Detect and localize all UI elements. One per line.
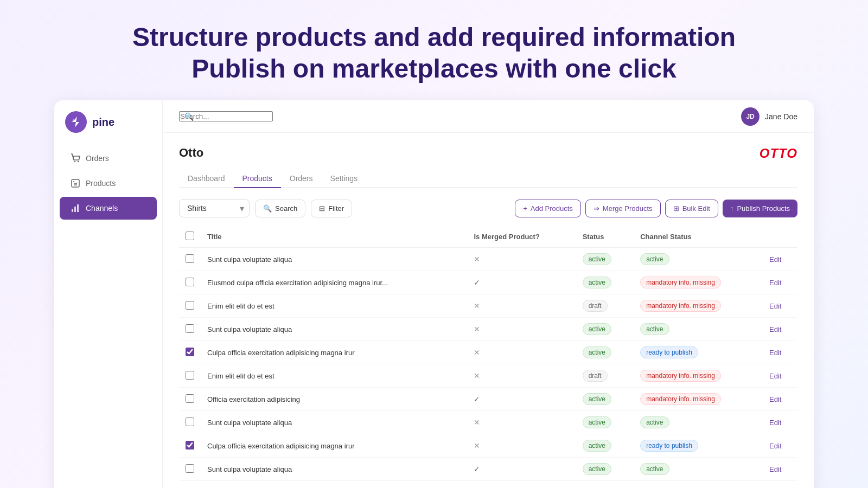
svg-rect-7 (72, 209, 73, 212)
row-edit-10[interactable]: Edit (763, 458, 797, 481)
row-merged-2: ✓ (467, 271, 576, 294)
row-checkbox-1[interactable] (186, 254, 194, 263)
pine-logo-icon (65, 111, 87, 133)
row-checkbox-8[interactable] (186, 418, 194, 426)
channel-tabs: Dashboard Products Orders Settings (179, 170, 797, 188)
channels-nav-label: Channels (86, 204, 118, 213)
row-edit-3[interactable]: Edit (763, 294, 797, 318)
cross-icon: ✕ (474, 418, 480, 427)
cross-icon: ✕ (474, 325, 480, 333)
table-header: Title Is Merged Product? Status Channel … (179, 226, 797, 248)
tab-settings[interactable]: Settings (322, 170, 367, 188)
publish-products-button[interactable]: ↑ Publish Products (723, 200, 797, 217)
row-edit-4[interactable]: Edit (763, 318, 797, 341)
cross-icon: ✕ (474, 255, 480, 264)
row-status-3: draft (576, 294, 634, 318)
publish-icon: ↑ (730, 204, 734, 213)
bulk-edit-button[interactable]: ⊞ Bulk Edit (665, 200, 718, 217)
channel-status-badge: mandatory info. missing (640, 393, 721, 405)
row-edit-9[interactable]: Edit (763, 434, 797, 458)
row-merged-1: ✕ (467, 248, 576, 271)
row-status-7: active (576, 388, 634, 411)
table-row: Culpa officia exercitation adipisicing m… (179, 434, 797, 458)
row-title-9: Culpa officia exercitation adipisicing m… (201, 434, 467, 458)
title-header: Title (201, 226, 467, 248)
channel-status-badge: ready to publish (640, 346, 698, 358)
category-select[interactable]: Shirts Pants Jackets Shoes (179, 199, 250, 217)
otto-logo: OTTO (760, 146, 797, 161)
search-btn-icon: 🔍 (263, 204, 272, 213)
row-status-4: active (576, 318, 634, 341)
row-title-6: Enim elit elit do et est (201, 364, 467, 388)
row-checkbox-3[interactable] (186, 301, 194, 310)
filter-button[interactable]: ⊟ Filter (311, 200, 352, 217)
row-edit-2[interactable]: Edit (763, 271, 797, 294)
tab-dashboard[interactable]: Dashboard (179, 170, 234, 188)
channel-status-badge: mandatory info. missing (640, 370, 721, 382)
table-row: Sunt culpa voluptate aliqua✕activeactive… (179, 411, 797, 434)
tab-orders[interactable]: Orders (281, 170, 322, 188)
row-edit-1[interactable]: Edit (763, 248, 797, 271)
search-wrapper: 🔍 (179, 111, 273, 121)
row-channel-status-6: mandatory info. missing (634, 364, 763, 388)
products-table-wrap: Title Is Merged Product? Status Channel … (179, 226, 797, 481)
toolbar-right: + Add Products ⇒ Merge Products ⊞ Bulk E… (515, 200, 797, 217)
channel-status-header: Channel Status (634, 226, 763, 248)
row-status-5: active (576, 341, 634, 364)
app-container: pine Orders Products (54, 100, 814, 488)
channel-status-badge: active (640, 323, 669, 335)
row-title-1: Sunt culpa voluptate aliqua (201, 248, 467, 271)
status-header: Status (576, 226, 634, 248)
select-all-checkbox[interactable] (186, 232, 194, 240)
tag-icon (71, 178, 80, 188)
svg-point-1 (74, 161, 75, 162)
cross-icon: ✕ (474, 441, 480, 450)
hero-title: Structure products and add required info… (11, 22, 857, 84)
row-checkbox-7[interactable] (186, 394, 194, 403)
row-merged-10: ✓ (467, 458, 576, 481)
row-checkbox-2[interactable] (186, 278, 194, 286)
sidebar: pine Orders Products (54, 100, 163, 488)
row-checkbox-5[interactable] (186, 348, 194, 356)
orders-nav-label: Orders (86, 154, 109, 163)
row-channel-status-7: mandatory info. missing (634, 388, 763, 411)
plus-icon: + (523, 204, 527, 213)
channel-status-badge: mandatory info. missing (640, 300, 721, 312)
row-checkbox-10[interactable] (186, 464, 194, 473)
row-merged-9: ✕ (467, 434, 576, 458)
sidebar-item-channels[interactable]: Channels (60, 197, 157, 220)
sidebar-item-products[interactable]: Products (60, 172, 157, 195)
row-merged-5: ✕ (467, 341, 576, 364)
row-title-5: Culpa officia exercitation adipisicing m… (201, 341, 467, 364)
cross-icon: ✕ (474, 348, 480, 357)
row-status-1: active (576, 248, 634, 271)
row-title-3: Enim elit elit do et est (201, 294, 467, 318)
row-edit-5[interactable]: Edit (763, 341, 797, 364)
search-button[interactable]: 🔍 Search (255, 200, 305, 217)
row-merged-8: ✕ (467, 411, 576, 434)
merge-products-button[interactable]: ⇒ Merge Products (585, 200, 661, 217)
add-products-button[interactable]: + Add Products (515, 200, 581, 217)
row-edit-8[interactable]: Edit (763, 411, 797, 434)
tab-products[interactable]: Products (234, 170, 281, 188)
cart-icon (71, 153, 80, 163)
row-status-10: active (576, 458, 634, 481)
checkmark-icon: ✓ (474, 278, 480, 287)
checkmark-icon: ✓ (474, 395, 480, 403)
row-merged-3: ✕ (467, 294, 576, 318)
row-checkbox-9[interactable] (186, 441, 194, 450)
svg-point-0 (65, 111, 87, 133)
table-row: Culpa officia exercitation adipisicing m… (179, 341, 797, 364)
row-status-2: active (576, 271, 634, 294)
row-channel-status-5: ready to publish (634, 341, 763, 364)
row-edit-6[interactable]: Edit (763, 364, 797, 388)
table-row: Officia exercitation adipisicing✓activem… (179, 388, 797, 411)
cross-icon: ✕ (474, 371, 480, 380)
row-checkbox-6[interactable] (186, 371, 194, 380)
status-badge: draft (583, 300, 608, 312)
sidebar-footer: Hello Pine UG Made with ♥ in Hamburg ⚓ (54, 476, 162, 488)
sidebar-item-orders[interactable]: Orders (60, 147, 157, 170)
row-checkbox-4[interactable] (186, 324, 194, 333)
merge-icon: ⇒ (593, 204, 599, 213)
row-edit-7[interactable]: Edit (763, 388, 797, 411)
